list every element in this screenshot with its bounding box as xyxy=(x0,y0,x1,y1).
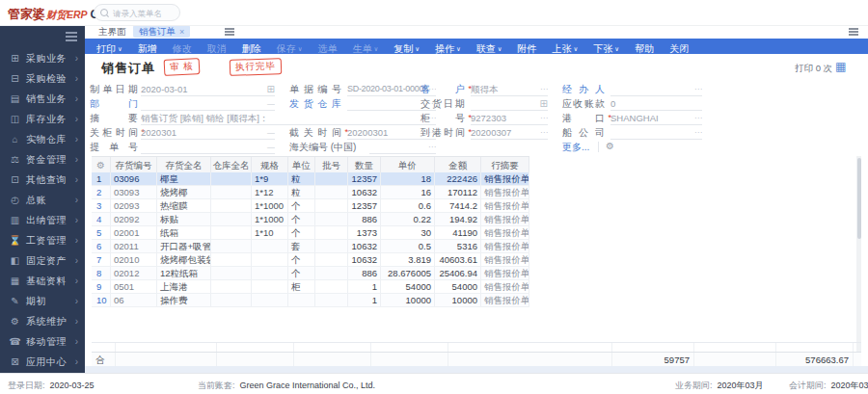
tab-sales-order[interactable]: 销售订单 xyxy=(133,25,190,38)
sidebar-item-cashier[interactable]: ▥出纳管理› xyxy=(0,210,85,230)
horizontal-scrollbar[interactable] xyxy=(85,366,868,373)
table-row[interactable]: 203093烧烤椰1*12粒1063216170112销售报价单... xyxy=(92,186,529,199)
accounting-period: 会计期间:2020年03月 xyxy=(789,380,868,392)
row-number-cell: 10 xyxy=(92,294,111,306)
ship-warehouse-label[interactable]: 发货仓库 xyxy=(289,97,341,110)
inventory-icon: ◫ xyxy=(9,109,21,129)
row-summary-cell: 销售报价单... xyxy=(481,280,529,293)
delivery-date-field[interactable] xyxy=(471,97,548,111)
department-field[interactable] xyxy=(141,97,275,111)
qty-cell: 12357 xyxy=(348,199,381,212)
sales-icon: ▤ xyxy=(9,89,21,109)
sidebar-item-sales[interactable]: ▤销售业务› xyxy=(0,89,85,109)
funds-icon: ⚖ xyxy=(9,149,21,170)
table-row[interactable]: 302093热缩膜1*1000个123570.67414.2销售报价单... xyxy=(92,199,529,213)
table-row[interactable]: 402092标贴1*1000个8860.22194.92销售报价单... xyxy=(92,213,529,226)
item-code-cell: 02092 xyxy=(111,213,157,225)
amount-cell: 222426 xyxy=(435,172,481,185)
warehouse-name-cell xyxy=(211,199,252,212)
unit-price-cell: 16 xyxy=(381,186,435,198)
summary-field[interactable]: 销售订货 [赊销] 销给 [顺得本]： xyxy=(141,112,436,125)
sidebar-item-label: 采购检验 xyxy=(26,68,67,89)
receivable-field[interactable]: 0 xyxy=(610,97,702,111)
menu-search[interactable] xyxy=(94,4,180,21)
unit-cell: 粒 xyxy=(288,186,315,198)
make-date-field[interactable]: 2020-03-01 xyxy=(141,83,275,96)
form-settings-gear-icon[interactable] xyxy=(606,141,614,151)
sidebar-item-appcenter[interactable]: ⊠应用中心› xyxy=(0,352,85,372)
caret-down-icon xyxy=(415,45,420,52)
sidebar-item-query[interactable]: ⊡其他查询› xyxy=(0,170,85,190)
hamburger-icon[interactable] xyxy=(66,32,77,34)
chevron-right-icon: › xyxy=(75,149,78,170)
unit-price-cell: 3.819 xyxy=(381,253,435,266)
port-field[interactable]: SHANGHAI xyxy=(610,112,702,125)
receivable-label: 应收账款 xyxy=(562,97,605,110)
table-row[interactable]: 602011开口器+吸管套106320.55316销售报价单... xyxy=(92,240,529,253)
sidebar-item-warehouse[interactable]: ⌂实物仓库› xyxy=(0,129,85,149)
sidebar-item-inspection[interactable]: ⊟采购检验› xyxy=(0,68,85,89)
sidebar-item-funds[interactable]: ⚖资金管理› xyxy=(0,149,85,170)
lading-no-label: 提单号 xyxy=(90,141,138,153)
sidebar-item-maintenance[interactable]: ⚙系统维护› xyxy=(0,311,85,331)
container-no-field[interactable]: 9272303 xyxy=(471,112,548,125)
page-title: 销售订单 xyxy=(101,60,155,77)
sidebar-item-inventory[interactable]: ◫库存业务› xyxy=(0,109,85,129)
sidebar-item-ledger[interactable]: ◴总账› xyxy=(0,190,85,210)
toolbar-button-label: 保存 xyxy=(277,43,296,54)
qty-cell: 10632 xyxy=(348,253,381,266)
customs-no-field[interactable] xyxy=(369,141,436,154)
handler-label[interactable]: 经办人 xyxy=(562,83,605,95)
query-icon: ⊡ xyxy=(9,170,21,190)
sidebar-item-mobile[interactable]: ☎移动管理› xyxy=(0,331,85,352)
sales-order-document: 销售订单 审 核 执行完毕 打印 0 次 制单日期 2020-03-01 单据编… xyxy=(85,54,868,373)
table-row[interactable]: 702010烧烤椰包装袋个106323.81940603.61销售报价单... xyxy=(92,253,529,267)
close-tab-icon[interactable] xyxy=(179,27,184,37)
sidebar-item-purchase[interactable]: ⊞采购业务› xyxy=(0,48,85,68)
department-label[interactable]: 部门 xyxy=(90,97,138,110)
item-name-cell: 标贴 xyxy=(157,213,211,225)
tabbar-menu-icon[interactable] xyxy=(849,28,858,30)
search-input[interactable] xyxy=(111,6,178,20)
sidebar-item-payroll[interactable]: ⌛工资管理› xyxy=(0,230,85,250)
amount-cell: 25406.94 xyxy=(435,267,481,279)
tab-home[interactable]: 主界面 xyxy=(98,26,126,39)
warehouse-name-cell xyxy=(211,213,252,225)
lading-no-field[interactable] xyxy=(141,141,275,154)
unit-price-cell: 54000 xyxy=(381,280,435,293)
tab-list-icon[interactable] xyxy=(225,28,234,30)
unit-cell: 个 xyxy=(288,213,315,225)
vertical-scrollbar[interactable] xyxy=(856,156,861,366)
sidebar-item-label: 实物仓库 xyxy=(26,129,67,149)
batch-no-cell xyxy=(315,186,348,198)
unit-price-cell: 30 xyxy=(381,226,435,239)
sidebar-item-assets[interactable]: ◧固定资产› xyxy=(0,250,85,271)
item-code-cell: 02093 xyxy=(111,199,157,212)
sidebar-item-opening[interactable]: ✎期初› xyxy=(0,291,85,311)
chevron-right-icon: › xyxy=(75,170,78,190)
amount-cell: 54000 xyxy=(435,280,481,293)
table-row[interactable]: 90501上海港柜15400054000销售报价单... xyxy=(92,280,529,294)
table-row[interactable]: 80201212粒纸箱个88628.67600525406.94销售报价单... xyxy=(92,267,529,280)
batch-no-cell xyxy=(315,213,348,225)
customer-field[interactable]: 顺得本 xyxy=(471,83,548,96)
close-time-field[interactable]: 2020301 xyxy=(141,126,275,140)
customer-label[interactable]: 客户 xyxy=(420,83,465,95)
shipping-co-field[interactable] xyxy=(610,126,702,140)
item-code-cell: 02012 xyxy=(111,267,157,279)
more-fields-link[interactable]: 更多... xyxy=(562,141,589,154)
sidebar-item-basedata[interactable]: ▦基础资料› xyxy=(0,271,85,291)
toolbar-button-label: 新增 xyxy=(138,43,157,54)
grid-settings-gear-icon[interactable] xyxy=(96,160,105,171)
statusbar: 登录日期:2020-03-25 当前账套:Green Grace Interna… xyxy=(0,373,868,394)
qr-code-icon[interactable] xyxy=(835,61,848,73)
item-name-cell: 纸箱 xyxy=(157,226,211,239)
make-date-label: 制单日期 xyxy=(90,83,138,95)
arrival-time-field[interactable]: 20200307 xyxy=(471,126,548,140)
handler-field[interactable] xyxy=(610,83,702,96)
table-row[interactable]: 103096椰皇1*9粒1235718222426销售报价单... xyxy=(92,172,529,186)
table-row[interactable]: 502001纸箱1*10个13733041190销售报价单... xyxy=(92,226,529,240)
table-row[interactable]: 1006操作费11000010000销售报价单... xyxy=(92,294,529,307)
header-cell: 数量 xyxy=(348,157,381,173)
qty-cell: 10632 xyxy=(348,240,381,252)
